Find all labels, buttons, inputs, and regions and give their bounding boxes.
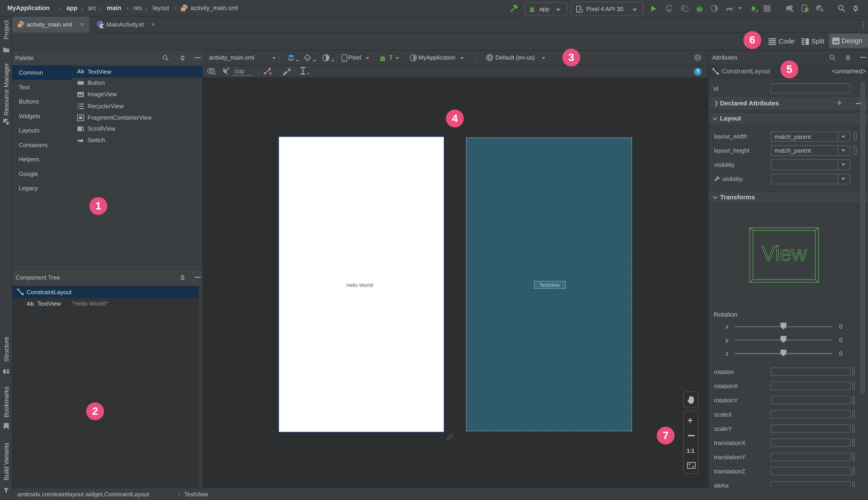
svg-text:A: A bbox=[668, 8, 671, 12]
svg-text:View: View bbox=[762, 241, 807, 265]
svg-text:<>: <> bbox=[18, 23, 22, 27]
svg-text:<>: <> bbox=[181, 7, 185, 11]
